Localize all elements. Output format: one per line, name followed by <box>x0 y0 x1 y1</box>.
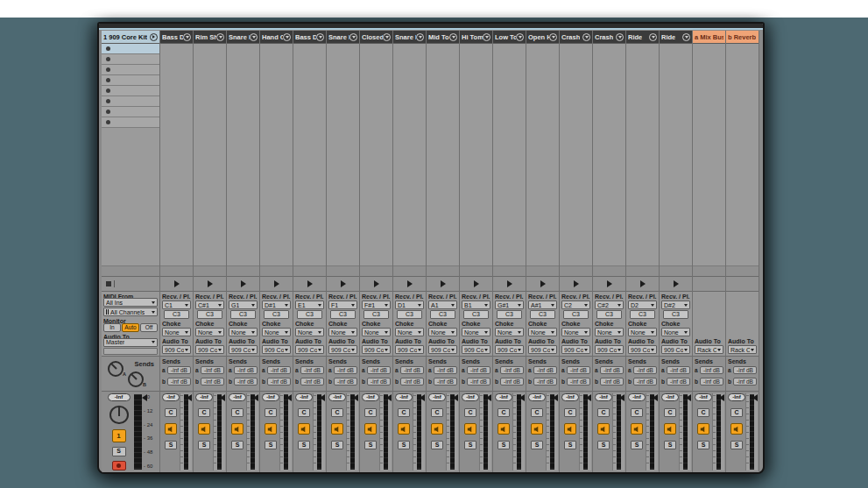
play-key-box[interactable]: C3 <box>430 310 455 319</box>
chain-activator-button[interactable] <box>564 423 576 435</box>
chain-header[interactable]: Ride <box>660 31 692 44</box>
send-a-amount[interactable]: -inf dB <box>400 366 424 374</box>
play-icon[interactable] <box>674 280 679 287</box>
play-key-box[interactable]: C3 <box>530 310 555 319</box>
send-b-amount[interactable]: -inf dB <box>600 378 624 385</box>
chevron-down-icon[interactable] <box>549 33 557 41</box>
chain-solo-button[interactable]: S <box>364 441 377 449</box>
chain-fader-area[interactable] <box>180 393 192 470</box>
play-icon[interactable] <box>441 280 446 287</box>
chain-header[interactable]: Snare D <box>393 31 426 44</box>
chevron-down-icon[interactable] <box>449 33 457 41</box>
return-chain-header[interactable]: a Mix Bus <box>693 31 725 44</box>
chain-solo-button[interactable]: S <box>531 441 543 449</box>
play-key-box[interactable]: C3 <box>630 310 655 319</box>
send-b-amount[interactable]: -inf dB <box>567 378 590 385</box>
chevron-down-icon[interactable] <box>349 33 357 41</box>
send-a-amount[interactable]: -inf dB <box>201 366 224 374</box>
play-icon[interactable] <box>307 280 313 287</box>
clip-slot[interactable] <box>102 117 159 128</box>
clip-stop-icon[interactable] <box>106 99 110 103</box>
send-b-amount[interactable]: -inf dB <box>733 378 757 385</box>
chain-fader-area[interactable] <box>512 393 525 470</box>
chain-header[interactable]: Snare D <box>227 31 259 44</box>
chain-activator-button[interactable] <box>398 423 410 435</box>
send-b-amount[interactable]: -inf dB <box>434 378 457 385</box>
fader-handle[interactable] <box>286 394 292 401</box>
chain-header[interactable]: Snare D <box>327 31 359 44</box>
play-key-box[interactable]: C3 <box>297 310 322 319</box>
chain-solo-button[interactable]: S <box>564 441 576 449</box>
chain-activator-button[interactable] <box>631 423 643 435</box>
audio-to-dropdown[interactable]: 909 Con <box>262 345 291 354</box>
fader-handle[interactable] <box>519 394 525 401</box>
chain-volume-display[interactable]: -Inf <box>195 393 213 401</box>
choke-dropdown[interactable]: None <box>162 328 191 336</box>
chain-pan-box[interactable]: C <box>531 408 543 417</box>
return-solo-button[interactable]: S <box>730 441 743 449</box>
pan-knob[interactable] <box>109 406 129 425</box>
receive-note-dropdown[interactable]: D1 <box>395 301 424 309</box>
chain-volume-display[interactable]: -Inf <box>362 393 379 401</box>
fader-handle[interactable] <box>619 394 625 401</box>
chain-activator-button[interactable] <box>231 423 243 435</box>
stop-all-clips-icon[interactable] <box>106 281 111 286</box>
receive-note-dropdown[interactable]: C2 <box>561 301 590 309</box>
chain-fader-area[interactable] <box>246 393 258 470</box>
clip-slot[interactable] <box>102 107 159 117</box>
return-volume-display[interactable]: -Inf <box>695 393 712 401</box>
clip-slot[interactable] <box>102 86 159 96</box>
send-b-amount[interactable]: -inf dB <box>267 378 291 385</box>
choke-dropdown[interactable]: None <box>195 328 224 336</box>
audio-to-dropdown[interactable]: 909 Con <box>462 345 490 354</box>
chain-solo-button[interactable]: S <box>265 441 277 449</box>
track-header[interactable]: 1 909 Core Kit <box>102 31 159 44</box>
track-volume-display[interactable]: -Inf <box>108 393 131 401</box>
chain-pan-box[interactable]: C <box>564 408 576 417</box>
play-key-box[interactable]: C3 <box>563 310 589 319</box>
chain-pan-box[interactable]: C <box>431 408 443 417</box>
fader-handle[interactable] <box>320 394 325 401</box>
play-key-box[interactable]: C3 <box>230 310 256 319</box>
chain-pan-box[interactable]: C <box>298 408 310 417</box>
track-activator-button[interactable]: 1 <box>112 429 126 442</box>
chain-solo-button[interactable]: S <box>331 441 343 449</box>
play-icon[interactable] <box>208 280 213 287</box>
chain-pan-box[interactable]: C <box>198 408 210 417</box>
audio-to-dropdown[interactable]: Rack Ou <box>695 345 723 354</box>
return-solo-button[interactable]: S <box>697 441 709 449</box>
chain-solo-button[interactable]: S <box>431 441 443 449</box>
chain-header[interactable]: Open H <box>526 31 559 44</box>
audio-to-dropdown[interactable]: 909 Con <box>362 345 391 354</box>
return-fader-area[interactable] <box>745 393 758 470</box>
receive-note-dropdown[interactable]: C#1 <box>195 301 224 309</box>
chain-activator-button[interactable] <box>531 423 543 435</box>
choke-dropdown[interactable]: None <box>362 328 391 336</box>
chain-volume-display[interactable]: -Inf <box>328 393 346 401</box>
chain-fader-area[interactable] <box>346 393 358 470</box>
chain-activator-button[interactable] <box>165 423 177 435</box>
audio-to-dropdown[interactable]: 909 Con <box>229 345 258 354</box>
send-b-amount[interactable]: -inf dB <box>167 378 191 385</box>
choke-dropdown[interactable]: None <box>295 328 324 336</box>
clip-stop-icon[interactable] <box>106 120 110 124</box>
chevron-down-icon[interactable] <box>183 33 191 41</box>
chain-activator-button[interactable] <box>265 423 277 435</box>
send-a-amount[interactable]: -inf dB <box>500 366 524 374</box>
clip-slot[interactable] <box>102 96 159 107</box>
chain-volume-display[interactable]: -Inf <box>628 393 646 401</box>
send-a-amount[interactable]: -inf dB <box>667 366 690 374</box>
play-key-box[interactable]: C3 <box>264 310 289 319</box>
chain-header[interactable]: Closed <box>360 31 392 44</box>
send-a-amount[interactable]: -inf dB <box>567 366 590 374</box>
chain-activator-button[interactable] <box>664 423 676 435</box>
return-pan-box[interactable]: C <box>730 408 743 417</box>
choke-dropdown[interactable]: None <box>495 328 524 336</box>
audio-to-dropdown[interactable]: Rack Ou <box>728 345 757 354</box>
send-b-amount[interactable]: -inf dB <box>700 378 723 385</box>
choke-dropdown[interactable]: None <box>462 328 490 336</box>
fader-handle[interactable] <box>486 394 491 401</box>
send-b-amount[interactable]: -inf dB <box>667 378 690 385</box>
chain-solo-button[interactable]: S <box>231 441 243 449</box>
send-b-amount[interactable]: -inf dB <box>467 378 490 385</box>
